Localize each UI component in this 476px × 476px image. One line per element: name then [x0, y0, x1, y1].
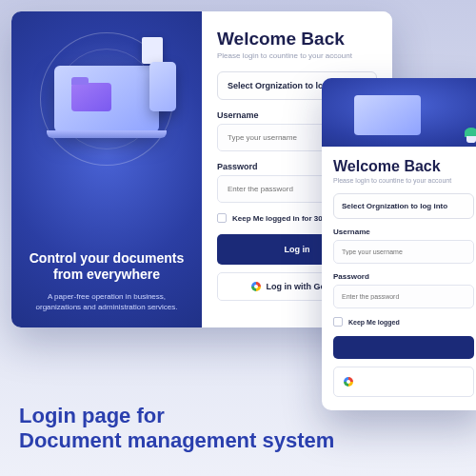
hero-subhead: A paper-free operation in business, orga… — [27, 291, 187, 312]
remember-checkbox[interactable] — [217, 213, 227, 223]
caption-line-2: Document management system — [19, 428, 334, 452]
laptop-icon — [54, 66, 159, 132]
hero-illustration — [27, 32, 187, 166]
organization-select-label: Select Orgnization to log into — [342, 202, 447, 210]
caption-line-1: Login page for — [19, 404, 165, 427]
username-input[interactable] — [333, 240, 474, 264]
laptop-icon — [354, 95, 421, 135]
google-icon — [251, 282, 261, 291]
document-icon — [142, 37, 163, 64]
page-caption: Login page for Document management syste… — [19, 404, 334, 453]
google-icon — [344, 377, 353, 387]
login-button[interactable] — [333, 336, 474, 359]
remember-label: Keep Me logged — [348, 319, 400, 326]
form-subtitle: Please login to countine to your account — [333, 177, 474, 184]
hero-panel: Control your documents from everywhere A… — [11, 11, 202, 327]
hero-copy: Control your documents from everywhere A… — [27, 250, 187, 312]
hero-headline: Control your documents from everywhere — [27, 250, 187, 284]
login-mobile-preview: Welcome Back Please login to countine to… — [322, 78, 476, 410]
form-title: Welcome Back — [333, 158, 474, 175]
remember-checkbox[interactable] — [333, 317, 343, 327]
password-label: Password — [333, 272, 474, 281]
form-title: Welcome Back — [217, 29, 377, 50]
login-form-mobile: Welcome Back Please login to countine to… — [322, 147, 476, 410]
form-subtitle: Please login to countine to your account — [217, 51, 377, 60]
login-with-google-button[interactable]: Log in with Google — [333, 367, 474, 397]
phone-icon — [149, 62, 176, 111]
folder-icon — [71, 83, 111, 111]
organization-select[interactable]: Select Orgnization to log into — [333, 193, 474, 219]
plant-icon — [463, 128, 476, 143]
username-label: Username — [333, 228, 474, 236]
hero-panel-mobile — [322, 78, 476, 147]
password-input[interactable] — [333, 285, 474, 308]
